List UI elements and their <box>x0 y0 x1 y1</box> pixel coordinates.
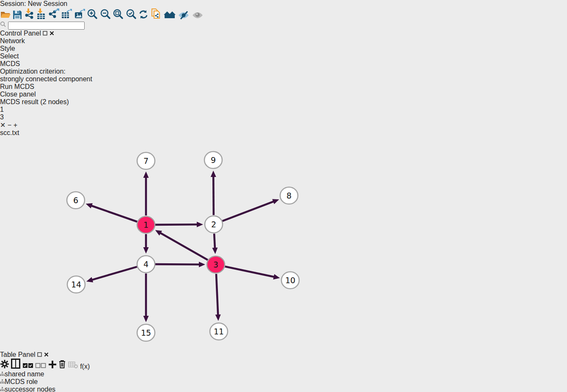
mcds-result-text[interactable]: 13 <box>0 106 567 121</box>
network-window: ✕ − + scc.txt 7968124314101511 <box>0 121 567 351</box>
clone-network-icon[interactable] <box>150 14 163 21</box>
control-panel: Control Panel NetworkStyleSelectMCDS Opt… <box>0 30 567 121</box>
refresh-icon[interactable] <box>138 14 150 21</box>
network-window-title: scc.txt <box>0 129 567 137</box>
svg-text:4: 4 <box>143 259 149 269</box>
export-network-icon[interactable] <box>48 14 61 21</box>
mcds-result-title: MCDS result (2 nodes) <box>0 98 69 105</box>
optimization-criterion-select[interactable]: strongly connected component <box>0 75 567 83</box>
edge-1-2[interactable] <box>155 222 203 227</box>
close-panel-button[interactable]: Close panel <box>0 91 567 98</box>
close-table-panel-icon[interactable] <box>44 351 49 358</box>
node-2[interactable]: 2 <box>205 216 223 233</box>
node-1[interactable]: 1 <box>137 216 155 233</box>
function-builder-icon[interactable]: f(x) <box>80 363 90 370</box>
svg-text:11: 11 <box>214 327 224 336</box>
zoom-selected-icon[interactable] <box>126 14 138 21</box>
float-panel-icon[interactable] <box>43 30 47 37</box>
deselect-all-icon[interactable] <box>35 363 48 370</box>
close-network-icon[interactable]: ✕ <box>0 121 6 129</box>
edge-1-7[interactable] <box>143 171 149 215</box>
network-window-titlebar[interactable]: ✕ − + scc.txt <box>0 121 567 137</box>
table-panel-title: Table Panel <box>0 351 36 358</box>
save-session-icon[interactable] <box>13 14 24 21</box>
float-table-panel-icon[interactable] <box>37 351 42 358</box>
export-table-icon[interactable] <box>61 14 74 21</box>
tab-network[interactable]: Network <box>0 37 567 45</box>
node-table: f(x) shared nameMCDS rolesuccessor nodes… <box>0 359 567 392</box>
minimize-network-icon[interactable]: − <box>8 121 11 129</box>
network-canvas[interactable]: 7968124314101511 <box>0 137 567 351</box>
node-6[interactable]: 6 <box>67 192 85 209</box>
delete-table-icon[interactable] <box>68 363 80 370</box>
svg-text:3: 3 <box>213 260 218 269</box>
open-session-icon[interactable] <box>0 14 13 21</box>
node-8[interactable]: 8 <box>280 187 298 204</box>
home-icon[interactable] <box>163 14 178 21</box>
columns-icon[interactable] <box>11 363 22 370</box>
table-toolbar: f(x) <box>0 359 567 370</box>
show-all-icon[interactable] <box>192 14 204 21</box>
node-9[interactable]: 9 <box>204 152 222 168</box>
edge-1-4[interactable] <box>143 234 149 254</box>
tab-mcds[interactable]: MCDS <box>0 60 567 68</box>
edge-4-14[interactable] <box>86 267 137 282</box>
svg-text:7: 7 <box>143 156 149 166</box>
control-panel-title: Control Panel <box>0 30 41 37</box>
column-header-shared-name[interactable]: shared name <box>0 370 58 378</box>
edge-1-6[interactable] <box>86 203 138 222</box>
edge-4-15[interactable] <box>143 273 149 322</box>
run-mcds-button[interactable]: Run MCDS <box>0 83 567 91</box>
screen-edge <box>0 0 567 1</box>
svg-text:14: 14 <box>71 280 81 289</box>
table-header-row[interactable]: shared nameMCDS rolesuccessor nodesprede… <box>0 370 567 392</box>
import-table-icon[interactable] <box>36 14 48 21</box>
tab-select[interactable]: Select <box>0 52 567 60</box>
edge-2-9[interactable] <box>211 171 216 215</box>
add-column-icon[interactable] <box>48 363 58 370</box>
mcds-result-line: 1 <box>0 106 567 113</box>
node-10[interactable]: 10 <box>281 272 299 289</box>
svg-text:1: 1 <box>143 220 149 229</box>
mcds-result-group: MCDS result (2 nodes) 13 <box>0 98 567 121</box>
optimization-criterion-value: strongly connected component <box>0 75 92 83</box>
close-panel-icon[interactable] <box>50 30 54 37</box>
zoom-out-icon[interactable] <box>100 14 113 21</box>
search-field[interactable] <box>0 21 567 30</box>
maximize-network-icon[interactable]: + <box>14 121 17 129</box>
node-4[interactable]: 4 <box>137 256 155 273</box>
zoom-fit-icon[interactable] <box>113 14 125 21</box>
edge-2-8[interactable] <box>223 199 279 221</box>
select-all-icon[interactable] <box>22 363 35 370</box>
control-panel-header: Control Panel <box>0 30 567 37</box>
edge-3-10[interactable] <box>225 267 280 280</box>
search-icon <box>0 22 8 29</box>
node-14[interactable]: 14 <box>67 276 85 293</box>
mcds-result-line: 3 <box>0 113 567 121</box>
edge-3-11[interactable] <box>215 274 221 321</box>
svg-text:6: 6 <box>73 196 78 205</box>
node-3[interactable]: 3 <box>207 256 225 273</box>
edge-4-3[interactable] <box>155 262 205 267</box>
export-image-icon[interactable] <box>74 14 87 21</box>
edge-2-3[interactable] <box>212 234 217 254</box>
node-11[interactable]: 11 <box>210 323 228 340</box>
zoom-in-icon[interactable] <box>87 14 99 21</box>
svg-text:15: 15 <box>141 328 151 337</box>
control-panel-tabs: NetworkStyleSelectMCDS <box>0 37 567 68</box>
search-input[interactable] <box>8 22 85 30</box>
import-network-icon[interactable] <box>24 14 36 21</box>
node-15[interactable]: 15 <box>137 324 155 341</box>
column-header-mcds-role[interactable]: MCDS role <box>0 378 48 386</box>
hide-selected-icon[interactable] <box>178 14 191 21</box>
mcds-panel: Optimization criterion: strongly connect… <box>0 68 567 121</box>
tab-style[interactable]: Style <box>0 45 567 52</box>
right-column: ✕ − + scc.txt 7968124314101511 Table Pan… <box>0 121 567 392</box>
svg-text:10: 10 <box>285 276 295 285</box>
node-7[interactable]: 7 <box>137 152 155 169</box>
gear-icon[interactable] <box>0 363 11 370</box>
column-header-successor-nodes[interactable]: successor nodes <box>0 386 68 392</box>
svg-text:2: 2 <box>211 220 216 229</box>
delete-icon[interactable] <box>58 363 68 370</box>
edge-3-1[interactable] <box>155 230 208 260</box>
